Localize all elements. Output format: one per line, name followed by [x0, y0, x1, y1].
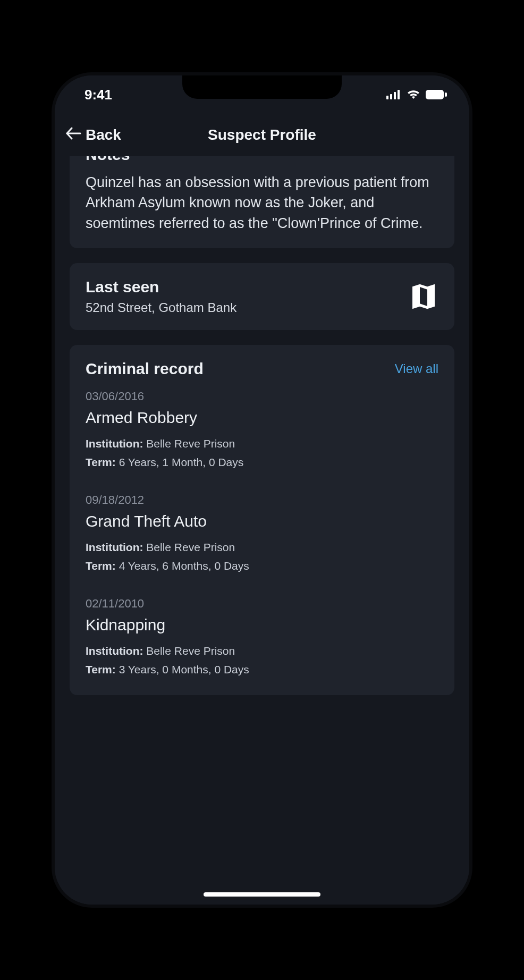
record-term: 3 Years, 0 Months, 0 Days: [119, 663, 249, 675]
record-date: 09/18/2012: [86, 493, 438, 507]
record-crime: Armed Robbery: [86, 409, 438, 427]
term-label: Term:: [86, 456, 116, 468]
record-institution-line: Institution: Belle Reve Prison: [86, 539, 438, 556]
record-date: 02/11/2010: [86, 597, 438, 611]
view-all-link[interactable]: View all: [395, 361, 438, 376]
svg-rect-0: [386, 96, 388, 99]
record-item: 03/06/2016 Armed Robbery Institution: Be…: [86, 390, 438, 471]
status-indicators: [386, 87, 447, 103]
last-seen-card[interactable]: Last seen 52nd Street, Gotham Bank: [70, 263, 454, 330]
svg-rect-3: [398, 90, 400, 99]
status-time: 9:41: [84, 87, 112, 103]
nav-bar: Back Suspect Profile: [55, 114, 469, 156]
record-term-line: Term: 4 Years, 6 Months, 0 Days: [86, 557, 438, 575]
record-term: 6 Years, 1 Month, 0 Days: [119, 456, 244, 468]
battery-icon: [426, 87, 447, 103]
record-institution: Belle Reve Prison: [146, 437, 235, 450]
back-label: Back: [86, 126, 121, 143]
wifi-icon: [407, 87, 420, 103]
screen: 9:41: [55, 75, 469, 905]
criminal-record-card: Criminal record View all 03/06/2016 Arme…: [70, 345, 454, 695]
last-seen-title: Last seen: [86, 278, 398, 296]
record-term-line: Term: 3 Years, 0 Months, 0 Days: [86, 661, 438, 678]
term-label: Term:: [86, 560, 116, 572]
institution-label: Institution:: [86, 645, 143, 657]
svg-rect-5: [445, 92, 447, 97]
record-term-line: Term: 6 Years, 1 Month, 0 Days: [86, 454, 438, 471]
notes-title: Notes: [86, 156, 438, 163]
record-institution-line: Institution: Belle Reve Prison: [86, 643, 438, 660]
map-icon: [409, 282, 438, 311]
record-item: 02/11/2010 Kidnapping Institution: Belle…: [86, 597, 438, 678]
notes-card: Notes Quinzel has an obsession with a pr…: [70, 156, 454, 248]
back-button[interactable]: Back: [65, 126, 121, 144]
notes-body: Quinzel has an obsession with a previous…: [86, 172, 438, 233]
record-crime: Grand Theft Auto: [86, 512, 438, 530]
content-scroll[interactable]: Notes Quinzel has an obsession with a pr…: [55, 156, 469, 905]
criminal-record-title: Criminal record: [86, 360, 204, 378]
arrow-left-icon: [65, 126, 81, 144]
svg-rect-2: [394, 92, 396, 99]
institution-label: Institution:: [86, 541, 143, 553]
svg-rect-4: [426, 90, 444, 99]
record-date: 03/06/2016: [86, 390, 438, 403]
record-institution: Belle Reve Prison: [146, 645, 235, 657]
record-item: 09/18/2012 Grand Theft Auto Institution:…: [86, 493, 438, 575]
cellular-icon: [386, 87, 401, 103]
phone-frame: 9:41: [55, 75, 469, 905]
record-institution: Belle Reve Prison: [146, 541, 235, 553]
term-label: Term:: [86, 663, 116, 675]
svg-rect-1: [390, 94, 392, 99]
notch: [182, 75, 342, 99]
record-crime: Kidnapping: [86, 616, 438, 634]
home-indicator[interactable]: [204, 892, 320, 897]
institution-label: Institution:: [86, 437, 143, 450]
record-term: 4 Years, 6 Months, 0 Days: [119, 560, 249, 572]
record-institution-line: Institution: Belle Reve Prison: [86, 435, 438, 452]
last-seen-location: 52nd Street, Gotham Bank: [86, 300, 398, 315]
